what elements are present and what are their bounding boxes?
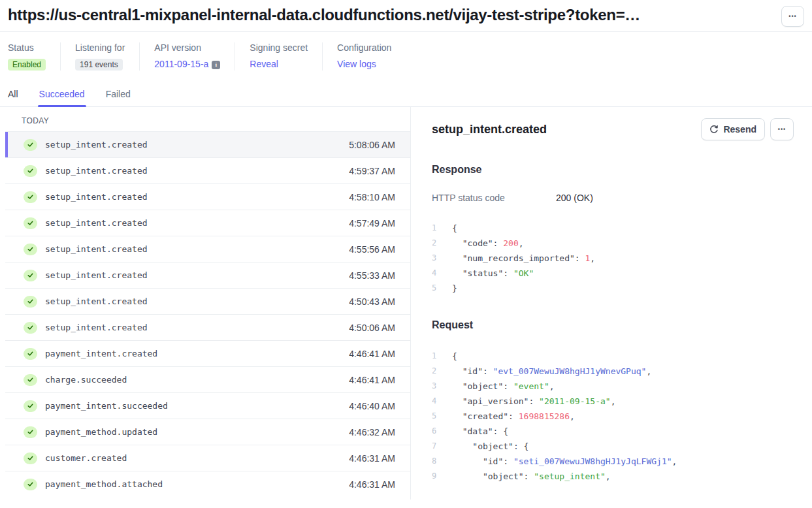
line-number: 3	[432, 379, 444, 394]
code-line: 1{	[432, 221, 794, 236]
event-list-item[interactable]: customer.created 4:46:31 AM	[5, 445, 410, 471]
event-time: 5:08:06 AM	[349, 140, 395, 150]
summary-status: Status Enabled	[8, 42, 61, 71]
event-name: setup_intent.created	[45, 270, 349, 280]
event-name: payment_method.updated	[45, 427, 349, 437]
event-time: 4:50:43 AM	[349, 296, 395, 307]
summary-api-version-label: API version	[154, 42, 220, 53]
resend-button[interactable]: Resend	[701, 118, 765, 140]
event-list-item[interactable]: setup_intent.created 4:50:43 AM	[5, 288, 410, 314]
event-name: payment_intent.created	[45, 349, 349, 358]
resend-button-label: Resend	[723, 124, 756, 135]
event-name: charge.succeeded	[45, 375, 349, 385]
code-line: 4 "api_version": "2011-09-15-a",	[432, 394, 794, 409]
event-time: 4:57:49 AM	[349, 218, 395, 229]
tab-failed[interactable]: Failed	[106, 89, 131, 106]
http-status-value: 200 (OK)	[556, 193, 593, 203]
reveal-secret-link[interactable]: Reveal	[250, 59, 278, 69]
main-content: TODAY setup_intent.created 5:08:06 AM se…	[0, 107, 812, 500]
event-name: setup_intent.created	[45, 140, 349, 150]
code-line: 9 "object": "setup_intent",	[432, 469, 794, 484]
line-number: 8	[432, 454, 444, 469]
events-count-badge[interactable]: 191 events	[75, 59, 123, 71]
code-line: 3 "object": "event",	[432, 379, 794, 394]
request-code-block: 1{2 "id": "evt_007WewuJW8hgHJ1yWnevGPuq"…	[432, 349, 794, 484]
event-list-item[interactable]: payment_intent.succeeded 4:46:40 AM	[5, 392, 410, 419]
header-overflow-button[interactable]: •••	[781, 6, 804, 27]
event-time: 4:46:41 AM	[349, 375, 395, 385]
success-check-icon	[24, 479, 37, 490]
event-time: 4:46:31 AM	[349, 453, 395, 464]
event-list-item[interactable]: payment_intent.created 4:46:41 AM	[5, 340, 410, 366]
api-version-link[interactable]: 2011-09-15-a	[154, 59, 208, 69]
event-name: customer.created	[45, 453, 349, 463]
info-icon[interactable]: i	[212, 61, 220, 69]
event-list-item[interactable]: charge.succeeded 4:46:41 AM	[5, 366, 410, 392]
tab-succeeded[interactable]: Succeeded	[39, 89, 85, 106]
event-time: 4:55:56 AM	[349, 244, 395, 255]
code-line: 2 "id": "evt_007WewuJW8hgHJ1yWnevGPuq",	[432, 364, 794, 379]
tab-all[interactable]: All	[8, 89, 18, 106]
code-line: 4 "status": "OK"	[432, 266, 794, 281]
code-line: 1{	[432, 349, 794, 364]
overflow-icon: •••	[788, 14, 796, 20]
code-line: 8 "id": "seti_007WewuJW8hgHJ1yJqLFWGj1",	[432, 454, 794, 469]
line-number: 2	[432, 236, 444, 251]
code-line: 2 "code": 200,	[432, 236, 794, 251]
response-section-heading: Response	[432, 164, 794, 176]
success-check-icon	[24, 348, 37, 360]
line-number: 1	[432, 221, 444, 236]
success-check-icon	[24, 426, 37, 438]
summary-listening-label: Listening for	[75, 42, 125, 53]
view-logs-link[interactable]: View logs	[337, 59, 376, 69]
summary-configuration: Configuration View logs	[337, 42, 406, 71]
code-line: 6 "data": {	[432, 424, 794, 439]
event-list-item[interactable]: payment_method.attached 4:46:31 AM	[5, 471, 410, 497]
code-line: 3 "num_records_imported": 1,	[432, 251, 794, 266]
line-number: 5	[432, 281, 444, 296]
event-filter-tabs: All Succeeded Failed	[0, 80, 812, 107]
event-list-item[interactable]: setup_intent.created 4:55:56 AM	[5, 236, 410, 262]
event-time: 4:46:40 AM	[349, 401, 395, 411]
event-time: 4:46:31 AM	[349, 479, 395, 490]
event-time: 4:50:06 AM	[349, 323, 395, 333]
event-name: setup_intent.created	[45, 192, 349, 202]
detail-overflow-button[interactable]: •••	[770, 118, 794, 140]
success-check-icon	[24, 400, 37, 412]
summary-status-label: Status	[8, 42, 46, 53]
event-name: setup_intent.created	[45, 166, 349, 176]
event-time: 4:46:41 AM	[349, 349, 395, 359]
success-check-icon	[24, 165, 37, 177]
event-list-item[interactable]: setup_intent.created 4:59:37 AM	[5, 157, 410, 183]
event-list-item[interactable]: payment_method.updated 4:46:32 AM	[5, 419, 410, 445]
event-list-item[interactable]: setup_intent.created 5:08:06 AM	[5, 131, 410, 157]
event-time: 4:55:33 AM	[349, 270, 395, 281]
event-name: setup_intent.created	[45, 244, 349, 254]
summary-listening-for: Listening for 191 events	[75, 42, 140, 71]
event-name: payment_method.attached	[45, 479, 349, 489]
line-number: 9	[432, 469, 444, 484]
line-number: 6	[432, 424, 444, 439]
event-detail-title: setup_intent.created	[432, 123, 547, 136]
event-list-item[interactable]: setup_intent.created 4:55:33 AM	[5, 262, 410, 288]
detail-header: setup_intent.created Resend •••	[432, 118, 794, 140]
response-code-block: 1{2 "code": 200,3 "num_records_imported"…	[432, 221, 794, 296]
code-line: 5}	[432, 281, 794, 296]
event-list: TODAY setup_intent.created 5:08:06 AM se…	[0, 107, 411, 500]
success-check-icon	[24, 191, 37, 203]
event-list-item[interactable]: setup_intent.created 4:57:49 AM	[5, 210, 410, 236]
refresh-icon	[709, 125, 719, 134]
success-check-icon	[24, 322, 37, 334]
summary-api-version: API version 2011-09-15-ai	[154, 42, 235, 71]
line-number: 7	[432, 439, 444, 454]
line-number: 2	[432, 364, 444, 379]
summary-signing-secret: Signing secret Reveal	[250, 42, 323, 71]
success-check-icon	[24, 452, 37, 464]
event-list-item[interactable]: setup_intent.created 4:58:10 AM	[5, 183, 410, 210]
event-name: setup_intent.created	[45, 323, 349, 332]
line-number: 4	[432, 266, 444, 281]
event-list-item[interactable]: setup_intent.created 4:50:06 AM	[5, 314, 410, 340]
event-time: 4:59:37 AM	[349, 166, 395, 176]
detail-actions: Resend •••	[701, 118, 794, 140]
event-name: payment_intent.succeeded	[45, 401, 349, 411]
